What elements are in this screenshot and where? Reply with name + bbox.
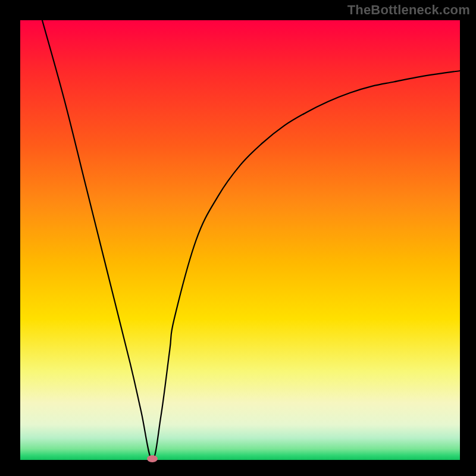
watermark-text: TheBottleneck.com <box>347 2 470 18</box>
bottleneck-curve <box>42 20 460 460</box>
minimum-marker <box>147 455 158 462</box>
chart-frame: TheBottleneck.com <box>0 0 476 476</box>
curve-layer <box>20 20 460 460</box>
